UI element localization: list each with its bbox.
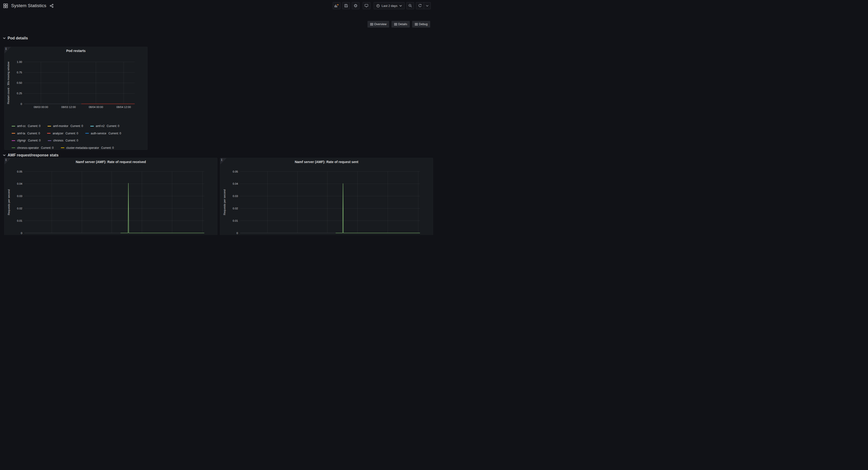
legend-current-value: Current: 0 (70, 124, 83, 128)
legend-series-name: cluster-metadata-operator (66, 146, 99, 149)
namf-sent-chart[interactable]: 00.010.020.030.040.05Requests per second (220, 158, 433, 235)
svg-text:0.05: 0.05 (17, 170, 22, 173)
dashboard-settings-button[interactable] (352, 2, 360, 9)
link-button-label: Details (398, 23, 407, 26)
zoom-out-icon (408, 4, 412, 8)
apps-grid-icon[interactable] (3, 4, 8, 8)
legend-item-amf-monitor[interactable]: amf-monitorCurrent: 0 (48, 124, 83, 128)
refresh-button[interactable] (416, 2, 424, 9)
legend-color-dash (61, 147, 64, 148)
legend-item-cfgmgr[interactable]: cfgmgrCurrent: 0 (12, 139, 41, 142)
legend-item-analyzer[interactable]: analyzerCurrent: 0 (47, 132, 78, 135)
refresh-icon (418, 4, 422, 8)
legend-color-dash (48, 140, 51, 141)
grafana-dashboard: { "theme": { "background": "#111217", "p… (0, 0, 434, 235)
legend-current-value: Current: 0 (28, 139, 41, 142)
header-left: System Statistics (3, 3, 54, 8)
legend-item-auth-service[interactable]: auth-serviceCurrent: 0 (85, 132, 121, 135)
dashboard-header: System Statistics (0, 0, 434, 11)
svg-text:0.04: 0.04 (17, 182, 23, 185)
save-icon (344, 4, 348, 8)
gear-icon (354, 4, 358, 8)
time-range-picker[interactable]: Last 2 days (374, 2, 405, 9)
link-button-details[interactable]: Details (392, 21, 410, 28)
legend-row: amf-taCurrent: 0analyzerCurrent: 0auth-s… (12, 130, 145, 137)
link-button-overview[interactable]: Overview (368, 21, 389, 28)
share-alt-icon[interactable] (50, 4, 54, 8)
legend-current-value: Current: 0 (66, 132, 78, 135)
legend-series-name: amf-monitor (53, 124, 68, 128)
chevron-down-icon (399, 5, 402, 7)
panel-namf-request-received: i Namf server (AMF): Rate of request rec… (4, 158, 217, 235)
list-icon (415, 23, 418, 26)
legend-item-chronos-operator[interactable]: chronos-operatorCurrent: 0 (12, 146, 54, 149)
refresh-interval-dropdown[interactable] (424, 2, 430, 9)
panel-pod-restarts: i Pod restarts 08/03 00:0008/03 12:0008/… (4, 47, 148, 150)
monitor-icon (364, 4, 368, 8)
section-title: Pod details (8, 36, 28, 40)
svg-text:0.02: 0.02 (17, 207, 22, 210)
svg-text:08/03 12:00: 08/03 12:00 (61, 106, 76, 108)
legend-color-dash (85, 133, 89, 134)
legend-color-dash (12, 147, 15, 148)
row-header-pod-details[interactable]: Pod details (3, 36, 28, 40)
legend-item-amf-ta[interactable]: amf-taCurrent: 0 (12, 132, 40, 135)
legend-series-name: cfgmgr (17, 139, 26, 142)
link-button-label: Debug (419, 23, 428, 26)
svg-text:0: 0 (21, 232, 22, 235)
list-icon (370, 23, 373, 26)
add-panel-icon (334, 4, 339, 8)
link-button-debug[interactable]: Debug (412, 21, 430, 28)
svg-text:0.50: 0.50 (17, 81, 22, 84)
refresh-split-button (416, 2, 431, 9)
row-header-amf-stats[interactable]: AMF request/response stats (3, 153, 58, 157)
svg-text:0.75: 0.75 (17, 71, 22, 74)
page-title: System Statistics (11, 3, 46, 8)
svg-text:1.00: 1.00 (17, 61, 22, 63)
header-toolbar: Last 2 days (333, 2, 431, 9)
legend-item-amf-n2[interactable]: amf-n2Current: 0 (90, 124, 120, 128)
legend-current-value: Current: 0 (28, 124, 40, 128)
legend-series-name: auth-service (91, 132, 106, 135)
section-title: AMF request/response stats (8, 153, 58, 157)
dashboard-links: Overview Details Debug (368, 21, 430, 28)
legend-series-name: chronos (53, 139, 63, 142)
legend-color-dash (48, 126, 51, 127)
panel-namf-request-sent: i Namf server (AMF): Rate of request sen… (220, 158, 433, 235)
legend-item-chronos[interactable]: chronosCurrent: 0 (48, 139, 78, 142)
legend-color-dash (12, 133, 15, 134)
zoom-out-button[interactable] (406, 2, 414, 9)
chevron-down-icon (3, 154, 6, 156)
legend-current-value: Current: 0 (41, 146, 54, 149)
legend-item-cluster-metadata-operator[interactable]: cluster-metadata-operatorCurrent: 0 (61, 146, 114, 149)
svg-text:0.01: 0.01 (233, 219, 238, 222)
legend-color-dash (47, 133, 51, 134)
svg-text:Requests per second: Requests per second (7, 190, 10, 215)
svg-text:0.25: 0.25 (17, 92, 22, 95)
legend-current-value: Current: 0 (101, 146, 114, 149)
svg-text:0: 0 (21, 103, 22, 105)
legend-color-dash (12, 126, 15, 127)
link-button-label: Overview (374, 23, 386, 26)
legend-current-value: Current: 0 (108, 132, 121, 135)
svg-text:0.01: 0.01 (17, 219, 22, 222)
pod-restarts-legend: amf-ccCurrent: 0amf-monitorCurrent: 0amf… (12, 123, 145, 150)
legend-series-name: amf-cc (17, 124, 26, 128)
svg-text:Requests per second: Requests per second (223, 190, 226, 215)
chevron-down-icon (426, 5, 429, 7)
legend-color-dash (12, 140, 15, 141)
pod-restarts-chart[interactable]: 08/03 00:0008/03 12:0008/04 00:0008/04 1… (4, 47, 147, 115)
legend-color-dash (90, 126, 94, 127)
legend-row: cfgmgrCurrent: 0chronosCurrent: 0 (12, 137, 145, 144)
cycle-view-mode-button[interactable] (363, 2, 370, 9)
namf-received-chart[interactable]: 00.010.020.030.040.05Requests per second (4, 158, 217, 235)
legend-current-value: Current: 0 (107, 124, 119, 128)
svg-text:Restart count - 30s moving win: Restart count - 30s moving window (7, 62, 10, 104)
save-dashboard-button[interactable] (342, 2, 350, 9)
chevron-down-icon (3, 37, 6, 39)
legend-item-amf-cc[interactable]: amf-ccCurrent: 0 (12, 124, 40, 128)
add-panel-button[interactable] (333, 2, 340, 9)
legend-series-name: amf-n2 (96, 124, 104, 128)
svg-text:0.05: 0.05 (233, 170, 238, 173)
svg-text:0.04: 0.04 (233, 182, 238, 185)
